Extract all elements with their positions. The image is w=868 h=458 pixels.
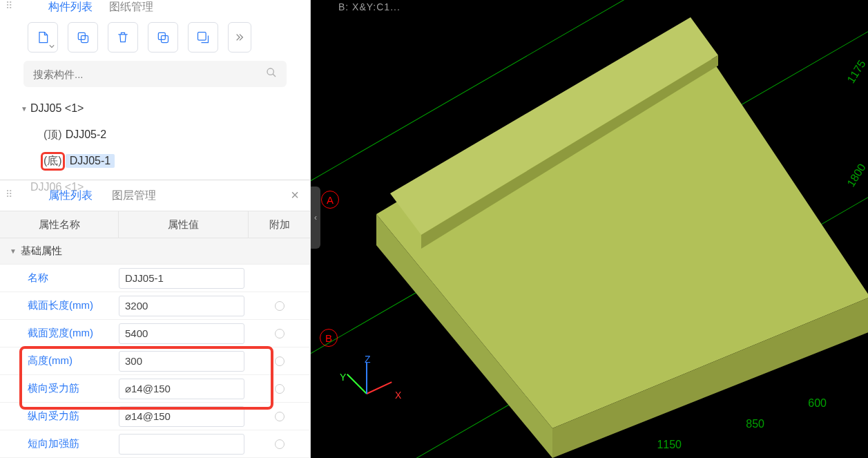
dim-text: 850 bbox=[746, 418, 764, 430]
prop-row-h-rebar: 横向受力筋 bbox=[0, 375, 310, 403]
caret-down-icon: ▼ bbox=[10, 247, 21, 255]
svg-rect-4 bbox=[198, 32, 206, 41]
extra-radio[interactable] bbox=[275, 356, 284, 366]
header-extra: 附加 bbox=[249, 211, 310, 238]
extra-radio[interactable] bbox=[275, 439, 284, 449]
tab-component-list[interactable]: 构件列表 bbox=[48, 0, 93, 15]
axis-x-label: X bbox=[395, 390, 401, 401]
extra-radio[interactable] bbox=[275, 329, 284, 338]
position-badge-bottom: (底) bbox=[43, 154, 63, 169]
drag-handle-icon[interactable]: ⠿ bbox=[6, 0, 11, 11]
tree-node-djj05[interactable]: ▼ DJJ05 <1> bbox=[21, 95, 299, 122]
group-basic-props[interactable]: ▼ 基础属性 bbox=[0, 238, 310, 265]
prop-label: 高度(mm) bbox=[0, 354, 119, 368]
tree-item-label: DJJ05-1 bbox=[66, 154, 115, 168]
property-panel: ⠿ 属性列表 图层管理 × 属性名称 属性值 附加 ▼ 基础属性 名称 bbox=[0, 180, 310, 458]
extra-radio[interactable] bbox=[275, 384, 284, 394]
prop-label: 纵向受力筋 bbox=[0, 410, 119, 423]
position-badge-top: (顶) bbox=[43, 128, 63, 142]
dim-text: 600 bbox=[808, 397, 827, 410]
layer-copy-button[interactable] bbox=[148, 22, 178, 53]
prop-row-sec-len: 截面长度(mm) bbox=[0, 292, 310, 320]
component-toolbar bbox=[0, 14, 310, 61]
new-button[interactable] bbox=[28, 22, 58, 53]
prop-label: 截面长度(mm) bbox=[0, 299, 119, 312]
search-input[interactable] bbox=[33, 68, 266, 80]
axis-z-label: Z bbox=[365, 354, 371, 365]
prop-label: 名称 bbox=[0, 271, 119, 285]
search-input-wrap[interactable] bbox=[23, 61, 287, 87]
tab-drawing-manage[interactable]: 图纸管理 bbox=[109, 0, 153, 15]
tree-item-djj05-1[interactable]: (底) DJJ05-1 bbox=[21, 148, 299, 174]
prop-input-sec-len[interactable] bbox=[119, 296, 244, 316]
prop-row-v-rebar: 纵向受力筋 bbox=[0, 403, 310, 430]
prop-input-height[interactable] bbox=[119, 351, 244, 372]
prop-input-h-rebar[interactable] bbox=[119, 379, 244, 399]
prop-row-name: 名称 bbox=[0, 265, 310, 292]
dim-text: 1150 bbox=[657, 439, 682, 451]
prop-input-v-rebar[interactable] bbox=[119, 406, 244, 427]
drag-handle-icon[interactable]: ⠿ bbox=[6, 189, 11, 200]
copy-button[interactable] bbox=[68, 22, 98, 53]
more-tools-button[interactable] bbox=[228, 22, 251, 53]
tree-item-djj05-2[interactable]: (顶) DJJ05-2 bbox=[21, 122, 299, 148]
prop-label: 截面宽度(mm) bbox=[0, 327, 119, 340]
prop-label: 横向受力筋 bbox=[0, 382, 119, 395]
axis-y-label: Y bbox=[340, 372, 346, 383]
tab-properties[interactable]: 属性列表 bbox=[48, 189, 93, 203]
prop-row-short-reinforce: 短向加强筋 bbox=[0, 430, 310, 458]
prop-row-sec-wid: 截面宽度(mm) bbox=[0, 320, 310, 347]
header-value: 属性值 bbox=[119, 211, 249, 238]
caret-down-icon: ▼ bbox=[21, 105, 30, 113]
prop-row-height: 高度(mm) bbox=[0, 347, 310, 375]
component-list-panel: ⠿ 构件列表 图纸管理 bbox=[0, 0, 310, 180]
delete-button[interactable] bbox=[108, 22, 138, 53]
extra-radio[interactable] bbox=[275, 301, 284, 311]
prop-input-short-reinforce[interactable] bbox=[119, 434, 244, 455]
svg-point-5 bbox=[267, 68, 273, 75]
prop-label: 短向加强筋 bbox=[0, 437, 119, 450]
search-icon bbox=[266, 67, 277, 81]
extra-radio[interactable] bbox=[275, 412, 284, 421]
tab-layers[interactable]: 图层管理 bbox=[112, 189, 156, 203]
prop-input-name[interactable] bbox=[119, 268, 244, 289]
tree-node-label: DJJ05 <1> bbox=[30, 102, 84, 115]
close-icon[interactable]: × bbox=[291, 187, 299, 203]
header-name: 属性名称 bbox=[0, 211, 119, 238]
prop-input-sec-wid[interactable] bbox=[119, 323, 244, 344]
group-label: 基础属性 bbox=[21, 245, 62, 258]
interlayer-copy-button[interactable] bbox=[188, 22, 218, 53]
viewport-3d[interactable]: B: X&Y:C1... ‹ A B 1175 1800 600 850 bbox=[311, 0, 868, 458]
property-header: 属性名称 属性值 附加 bbox=[0, 211, 310, 238]
tree-item-label: DJJ05-2 bbox=[66, 128, 107, 141]
